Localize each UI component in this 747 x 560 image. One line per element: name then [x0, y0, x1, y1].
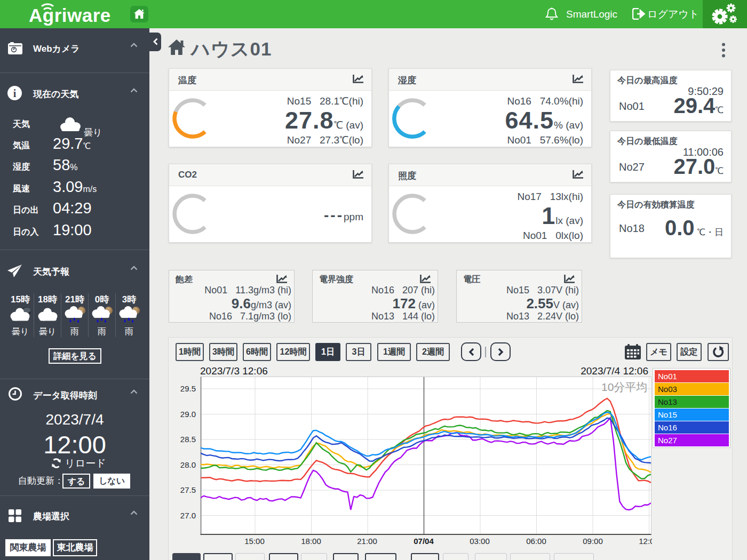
svg-text:i: i [13, 87, 17, 99]
